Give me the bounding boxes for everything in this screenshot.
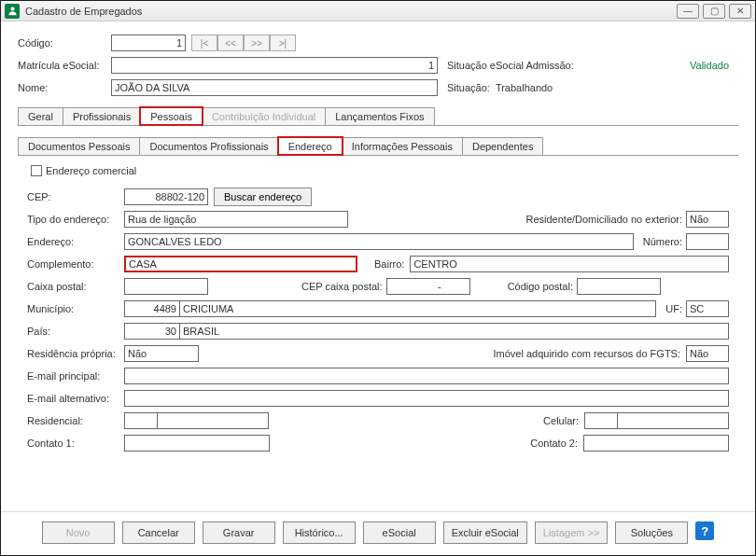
- email-principal-input[interactable]: [124, 368, 729, 384]
- codigo-input[interactable]: [111, 35, 186, 51]
- uf-label: UF:: [665, 303, 682, 314]
- pais-label: País:: [27, 326, 124, 337]
- sub-tabs: Documentos Pessoais Documentos Profissio…: [18, 137, 738, 156]
- help-icon[interactable]: ?: [695, 521, 714, 540]
- subtab-info-pessoais[interactable]: Informações Pessoais: [342, 137, 463, 155]
- tab-lancamentos[interactable]: Lançamentos Fixos: [325, 107, 434, 125]
- subtab-endereco[interactable]: Endereço: [278, 137, 343, 155]
- nav-last-button[interactable]: >|: [270, 35, 296, 51]
- endereco-comercial-label: Endereço comercial: [46, 165, 136, 176]
- municipio-name-input[interactable]: [179, 300, 656, 317]
- listagem-button[interactable]: Listagem >>: [535, 521, 609, 544]
- matricula-input[interactable]: [111, 57, 438, 74]
- imovel-fgts-label: Imóvel adquirido com recursos do FGTS:: [493, 348, 680, 359]
- bairro-input[interactable]: [410, 256, 729, 272]
- situacao-value: Trabalhando: [496, 82, 553, 93]
- endereco-label: Endereço:: [27, 236, 124, 247]
- excluir-esocial-button[interactable]: Excluir eSocial: [443, 521, 527, 544]
- cep-caixa-label: CEP caixa postal:: [301, 281, 383, 292]
- municipio-label: Município:: [27, 303, 124, 314]
- residencial-label: Residencial:: [27, 415, 124, 426]
- celular-ddd-input[interactable]: [584, 412, 618, 429]
- minimize-button[interactable]: —: [677, 4, 699, 19]
- municipio-code-input[interactable]: [124, 300, 180, 317]
- cep-input[interactable]: [124, 188, 208, 205]
- nome-label: Nome:: [18, 82, 111, 93]
- gravar-button[interactable]: Gravar: [203, 521, 275, 544]
- numero-input[interactable]: [686, 233, 729, 250]
- nav-first-button[interactable]: |<: [191, 35, 217, 51]
- numero-label: Número:: [643, 236, 682, 247]
- contato1-input[interactable]: [124, 435, 270, 452]
- novo-button[interactable]: Novo: [42, 521, 115, 544]
- celular-input[interactable]: [617, 412, 729, 429]
- imovel-fgts-input[interactable]: [686, 345, 729, 362]
- pais-name-input[interactable]: [179, 323, 729, 340]
- codigo-postal-input[interactable]: [577, 278, 661, 295]
- window-controls: — ▢ ✕: [677, 4, 751, 19]
- maximize-button[interactable]: ▢: [703, 4, 725, 19]
- complemento-input[interactable]: [124, 256, 357, 272]
- address-form: Endereço comercial CEP: Buscar endereço …: [18, 156, 738, 454]
- complemento-label: Complemento:: [27, 258, 124, 270]
- residencia-propria-label: Residência própria:: [27, 348, 124, 359]
- cancelar-button[interactable]: Cancelar: [122, 521, 195, 544]
- pais-code-input[interactable]: [124, 323, 180, 340]
- cep-label: CEP:: [27, 191, 124, 202]
- nome-input[interactable]: [111, 79, 438, 96]
- matricula-label: Matrícula eSocial:: [18, 60, 111, 71]
- tipo-endereco-input[interactable]: [124, 211, 348, 228]
- residente-exterior-input[interactable]: [686, 211, 729, 228]
- window-title: Cadastro de Empregados: [25, 6, 677, 17]
- employee-registration-window: Cadastro de Empregados — ▢ ✕ Código: |< …: [0, 0, 756, 556]
- endereco-comercial-checkbox[interactable]: [31, 165, 42, 176]
- solucoes-button[interactable]: Soluções: [615, 521, 688, 544]
- contato1-label: Contato 1:: [27, 438, 124, 449]
- caixa-postal-label: Caixa postal:: [27, 281, 124, 292]
- tab-contribuicao: Contribuição Individual: [202, 107, 326, 125]
- residencia-propria-input[interactable]: [124, 345, 199, 362]
- residencial-ddd-input[interactable]: [124, 412, 158, 429]
- person-icon: [7, 6, 18, 16]
- tipo-endereco-label: Tipo do endereço:: [27, 214, 124, 225]
- titlebar: Cadastro de Empregados — ▢ ✕: [1, 1, 755, 21]
- codigo-label: Código:: [18, 37, 111, 49]
- caixa-postal-input[interactable]: [124, 278, 208, 295]
- cep-caixa-input[interactable]: [386, 278, 470, 295]
- situacao-admissao-label: Situação eSocial Admissão:: [447, 60, 574, 71]
- buscar-endereco-button[interactable]: Buscar endereço: [214, 188, 312, 206]
- tab-geral[interactable]: Geral: [18, 107, 63, 125]
- subtab-doc-profissionais[interactable]: Documentos Profissionais: [139, 137, 278, 155]
- bairro-label: Bairro:: [374, 258, 404, 270]
- main-tabs: Geral Profissionais Pessoais Contribuiçã…: [18, 107, 738, 126]
- residencial-input[interactable]: [157, 412, 269, 429]
- codigo-postal-label: Código postal:: [508, 281, 573, 292]
- esocial-button[interactable]: eSocial: [363, 521, 436, 544]
- email-principal-label: E-mail principal:: [27, 370, 124, 382]
- subtab-dependentes[interactable]: Dependentes: [462, 137, 543, 155]
- email-alternativo-input[interactable]: [124, 390, 729, 407]
- uf-input[interactable]: [686, 300, 729, 317]
- residente-exterior-label: Residente/Domiciliado no exterior:: [525, 214, 682, 225]
- svg-point-0: [10, 7, 14, 10]
- nav-prev-button[interactable]: <<: [217, 35, 244, 51]
- contato2-input[interactable]: [583, 435, 729, 452]
- email-alternativo-label: E-mail alternativo:: [27, 393, 124, 404]
- subtab-doc-pessoais[interactable]: Documentos Pessoais: [18, 137, 140, 155]
- footer-buttons: Novo Cancelar Gravar Histórico... eSocia…: [1, 511, 755, 555]
- contato2-label: Contato 2:: [522, 438, 578, 449]
- nav-next-button[interactable]: >>: [244, 35, 270, 51]
- tab-pessoais[interactable]: Pessoais: [140, 107, 203, 125]
- validado-status: Validado: [690, 60, 729, 71]
- historico-button[interactable]: Histórico...: [283, 521, 356, 544]
- app-icon: [5, 4, 20, 19]
- celular-label: Celular:: [523, 415, 579, 426]
- tab-profissionais[interactable]: Profissionais: [63, 107, 141, 125]
- endereco-input[interactable]: [124, 233, 634, 250]
- close-button[interactable]: ✕: [729, 4, 751, 19]
- situacao-label: Situação:: [447, 82, 490, 93]
- content-area: Código: |< << >> >| Matrícula eSocial: S…: [1, 21, 755, 507]
